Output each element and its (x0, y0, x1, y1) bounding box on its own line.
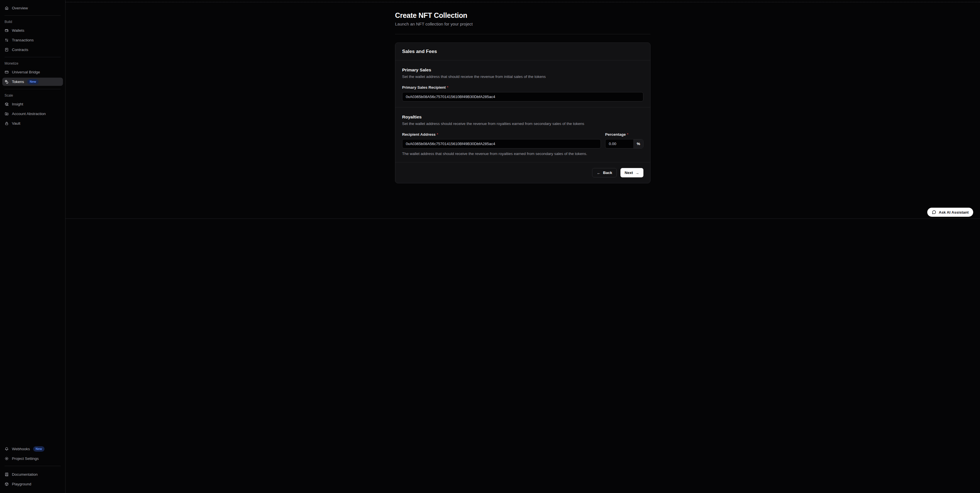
royalties-heading: Royalties (402, 114, 445, 120)
primary-sales-recipient-input[interactable] (402, 92, 445, 101)
primary-sales-description: Set the wallet address that should recei… (402, 74, 445, 79)
sidebar-item-label: Universal Bridge (12, 70, 40, 74)
sidebar-item-account-abstraction[interactable]: Account Abstraction (2, 109, 63, 118)
sidebar: Overview Build Wallets Transactions Cont… (0, 0, 65, 224)
tokens-icon (5, 79, 9, 84)
sidebar-item-universal-bridge[interactable]: Universal Bridge (2, 68, 63, 76)
royalties-helper-text: The wallet address that should receive t… (402, 151, 445, 156)
sidebar-divider (5, 15, 61, 16)
page-title: Create NFT Collection (395, 11, 445, 19)
sidebar-item-overview[interactable]: Overview (2, 4, 63, 12)
insight-icon (5, 102, 9, 106)
sidebar-item-label: Overview (12, 6, 28, 10)
sidebar-item-label: Insight (12, 102, 23, 106)
transactions-icon (5, 38, 9, 42)
sidebar-item-tokens[interactable]: Tokens New (2, 78, 63, 86)
required-asterisk: * (437, 132, 438, 136)
sidebar-group-label-build: Build (2, 20, 63, 24)
new-badge: New (27, 79, 39, 84)
bridge-icon (5, 70, 9, 74)
royalties-description: Set the wallet address should receive th… (402, 121, 445, 126)
sidebar-item-label: Wallets (12, 29, 24, 33)
sidebar-item-contracts[interactable]: Contracts (2, 46, 63, 54)
page-header: Create NFT Collection Launch an NFT coll… (395, 2, 445, 34)
page-subtitle: Launch an NFT collection for your projec… (395, 22, 445, 27)
primary-sales-recipient-label: Primary Sales Recipient* (402, 85, 445, 90)
sidebar-item-transactions[interactable]: Transactions (2, 36, 63, 44)
card-footer: ← Back Next → (395, 162, 445, 183)
sidebar-group-label-scale: Scale (2, 94, 63, 97)
card-header: Sales and Fees (395, 43, 445, 60)
sidebar-item-vault[interactable]: Vault (2, 119, 63, 127)
main-content: Create NFT Collection Launch an NFT coll… (65, 0, 445, 224)
primary-sales-section: Primary Sales Set the wallet address tha… (395, 60, 445, 107)
recipient-address-input[interactable] (402, 139, 445, 149)
sidebar-item-label: Contracts (12, 48, 29, 52)
contract-icon (5, 48, 9, 52)
sidebar-item-label: Transactions (12, 38, 34, 42)
sales-and-fees-card: Sales and Fees Primary Sales Set the wal… (395, 43, 445, 183)
sidebar-item-label: Tokens (12, 79, 24, 84)
sidebar-divider (5, 89, 61, 89)
house-icon (5, 6, 9, 10)
sidebar-item-label: Vault (12, 121, 21, 125)
wallet-icon (5, 29, 9, 33)
sidebar-group-label-monetize: Monetize (2, 62, 63, 65)
sidebar-divider (5, 57, 61, 57)
sidebar-item-insight[interactable]: Insight (2, 100, 63, 108)
royalties-section: Royalties Set the wallet address should … (395, 107, 445, 162)
sidebar-item-label: Account Abstraction (12, 112, 46, 116)
account-abstraction-icon (5, 112, 9, 116)
recipient-address-label: Recipient Address* (402, 132, 445, 137)
vault-icon (5, 121, 9, 125)
card-title: Sales and Fees (402, 48, 445, 54)
primary-sales-heading: Primary Sales (402, 67, 445, 73)
sidebar-item-wallets[interactable]: Wallets (2, 26, 63, 35)
dashed-top-divider (65, 2, 445, 2)
